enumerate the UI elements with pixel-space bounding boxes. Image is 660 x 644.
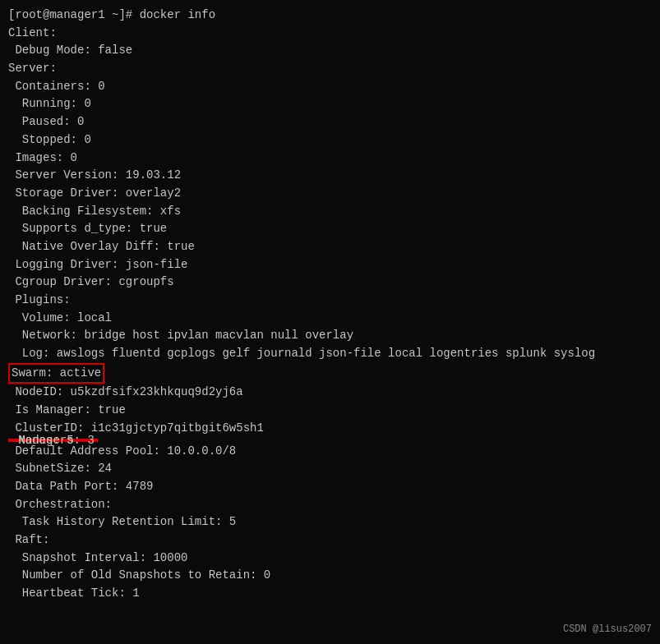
line-plugins: Plugins: [8,292,652,310]
line-native: Native Overlay Diff: true [8,238,652,256]
line-containers: Containers: 0 [8,78,652,96]
line-cmd: [root@manager1 ~]# docker info [8,7,652,25]
line-raft: Raft: [8,531,652,550]
line-old-snapshots: Number of Old Snapshots to Retain: 0 [8,567,652,585]
line-supports: Supports d_type: true [8,220,652,238]
line-ismanager: Is Manager: true [8,402,652,420]
line-orchestration: Orchestration: [8,496,652,514]
line-client: Client: [8,25,652,43]
line-heartbeat: Heartbeat Tick: 1 [8,585,652,603]
managers-nodes-box: Managers: 3 Nodes: 5 [8,439,98,442]
swarm-line-wrapper: Swarm: active [8,363,652,384]
line-network: Network: bridge host ipvlan macvlan null… [8,327,652,345]
line-clusterid: ClusterID: i1c31gjctyp7qitbgit6w5sh1 [8,420,652,438]
line-nodeid: NodeID: u5kzdfsifx23khkquq9d2yj6a [8,384,652,402]
line-backing-fs: Backing Filesystem: xfs [8,203,652,221]
line-volume: Volume: local [8,310,652,328]
line-stopped: Stopped: 0 [8,131,652,150]
line-server: Server: [8,60,652,78]
line-running: Running: 0 [8,95,652,113]
line-logging: Logging Driver: json-file [8,256,652,274]
line-snapshot: Snapshot Interval: 10000 [8,550,652,568]
line-subnetsize: SubnetSize: 24 [8,460,652,478]
line-debug: Debug Mode: false [8,42,652,60]
line-swarm: Swarm: active [8,363,104,384]
line-storage-driver: Storage Driver: overlay2 [8,185,652,203]
line-log: Log: awslogs fluentd gcplogs gelf journa… [8,345,652,363]
line-images: Images: 0 [8,150,652,168]
line-cgroup: Cgroup Driver: cgroupfs [8,274,652,292]
line-datapath: Data Path Port: 4789 [8,478,652,496]
line-server-version: Server Version: 19.03.12 [8,167,652,185]
watermark: CSDN @lisus2007 [563,622,652,637]
line-paused: Paused: 0 [8,113,652,131]
line-default-addr: Default Address Pool: 10.0.0.0/8 [8,443,652,461]
line-task-history: Task History Retention Limit: 5 [8,513,652,531]
terminal-window: [root@manager1 ~]# docker infoClient: De… [0,0,660,644]
